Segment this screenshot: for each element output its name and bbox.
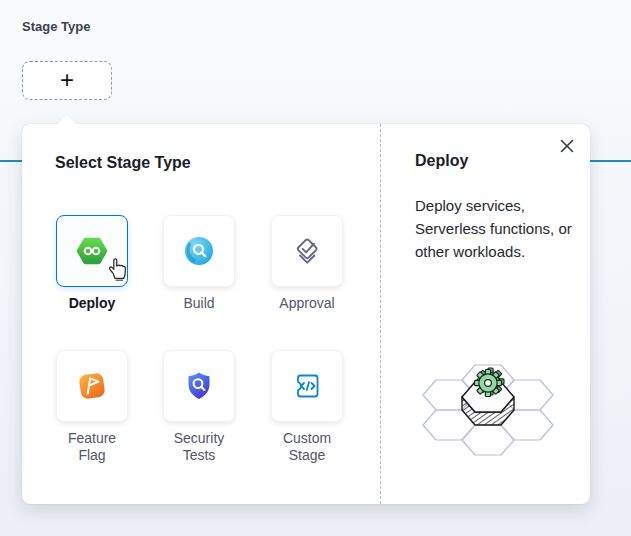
stage-tile-approval[interactable] xyxy=(271,215,343,287)
stage-tile-label-feature-flag: Feature Flag xyxy=(56,430,128,464)
stage-type-label: Stage Type xyxy=(22,19,90,34)
stage-tile-build[interactable] xyxy=(163,215,235,287)
x-icon xyxy=(559,138,575,154)
stage-tile-label-security-tests: Security Tests xyxy=(163,430,235,464)
ci-circle-magnifier-icon xyxy=(183,235,215,267)
select-stage-type-popover: Select Stage Type xyxy=(22,124,590,504)
pipeline-canvas-line-right xyxy=(590,160,631,162)
stage-tile-label-build: Build xyxy=(163,295,235,312)
flag-icon xyxy=(76,370,108,402)
shield-magnifier-icon xyxy=(183,370,215,402)
stage-tile-feature-flag[interactable] xyxy=(56,350,128,422)
stage-tile-label-deploy: Deploy xyxy=(56,295,128,312)
add-stage-button[interactable]: + xyxy=(22,61,112,100)
stage-tile-security-tests[interactable] xyxy=(163,350,235,422)
pipeline-canvas-line-left xyxy=(0,160,22,162)
hexagon-platform-gear-illustration xyxy=(420,352,590,474)
popover-title: Select Stage Type xyxy=(55,154,191,172)
detail-description: Deploy services, Serverless functions, o… xyxy=(415,194,577,263)
stage-tile-custom-stage[interactable] xyxy=(271,350,343,422)
detail-title: Deploy xyxy=(415,152,468,170)
plus-icon: + xyxy=(60,68,74,92)
stage-tile-label-custom-stage: Custom Stage xyxy=(271,430,343,464)
stage-tile-label-approval: Approval xyxy=(271,295,343,312)
stage-code-icon xyxy=(291,370,323,402)
popover-caret xyxy=(57,115,77,135)
cd-hexagon-infinity-icon xyxy=(76,235,108,267)
close-button[interactable] xyxy=(557,136,577,156)
panel-separator xyxy=(380,124,381,504)
stage-tile-deploy[interactable] xyxy=(56,215,128,287)
diamond-check-icon xyxy=(291,235,323,267)
